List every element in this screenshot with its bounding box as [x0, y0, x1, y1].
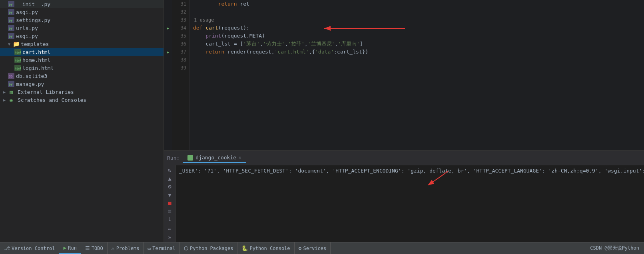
code-text: cart_lst = [: [193, 40, 243, 48]
sidebar-item-label: __init__.py: [16, 1, 50, 7]
terminal-icon: ▭: [148, 245, 151, 251]
svg-text:py: py: [9, 35, 13, 38]
sidebar-item-scratches[interactable]: ▶ ◉ Scratches and Consoles: [0, 96, 163, 104]
close-tab-button[interactable]: ✕: [239, 155, 241, 160]
code-editor: ▶ ▶ 31 32 33 34 35 36 37 38 39: [164, 0, 644, 242]
sidebar-item-db-sqlite3[interactable]: db db.sqlite3: [0, 72, 163, 80]
more2-button[interactable]: »: [165, 234, 174, 240]
sidebar-item-label: templates: [21, 41, 49, 47]
string: '拉菲': [288, 40, 305, 48]
usage-hint: 1 usage: [193, 16, 214, 24]
line-number: 38: [175, 56, 186, 64]
sidebar-item-label: settings.py: [16, 17, 50, 23]
settings-button[interactable]: ⚙: [165, 183, 174, 190]
sidebar-item-label: wsgi.py: [16, 33, 38, 39]
string: '劳力士': [263, 40, 285, 48]
status-version-control-label: Version Control: [12, 246, 55, 251]
svg-text:html: html: [15, 59, 21, 62]
code-text: render(request,: [224, 48, 274, 56]
code-line-32: [193, 8, 641, 16]
folder-icon: 📁: [13, 41, 19, 47]
status-terminal[interactable]: ▭ Terminal: [144, 242, 180, 254]
sidebar-item-init-py[interactable]: py __init__.py: [0, 0, 163, 8]
line-number: 36: [175, 40, 186, 48]
scroll-down-button[interactable]: ▼: [165, 191, 174, 198]
status-terminal-label: Terminal: [152, 246, 175, 251]
status-run-label: Run: [68, 245, 77, 251]
html-file-icon: html: [14, 57, 21, 63]
string: '茅台': [243, 40, 260, 48]
run-tab-icon: [187, 155, 193, 161]
code-line-34: def cart(request):: [193, 24, 641, 32]
todo-icon: ☰: [85, 245, 90, 251]
gutter-cell: [164, 0, 172, 8]
string: '兰博基尼': [308, 40, 335, 48]
svg-text:py: py: [9, 19, 13, 22]
string: 'data': [315, 48, 334, 56]
run-gutter-icon[interactable]: ▶: [164, 24, 172, 32]
code-line-35: print(request.META): [193, 32, 641, 40]
sidebar-item-external-libs[interactable]: ▶ ▦ External Libraries: [0, 88, 163, 96]
python-console-icon: 🐍: [241, 245, 248, 251]
sidebar-item-settings-py[interactable]: py settings.py: [0, 16, 163, 24]
string: '库里南': [338, 40, 360, 48]
wrap-button[interactable]: ≡: [165, 208, 174, 214]
code-content[interactable]: return ret 1 usage def cart(request):: [190, 0, 644, 150]
sidebar-item-asgi-py[interactable]: py asgi.py: [0, 8, 163, 16]
code-line-39: [193, 64, 641, 72]
sidebar-item-urls-py[interactable]: py urls.py: [0, 24, 163, 32]
status-python-console[interactable]: 🐍 Python Console: [237, 242, 294, 254]
svg-text:py: py: [9, 83, 13, 86]
sidebar-item-cart-html[interactable]: html cart.html: [0, 48, 163, 56]
code-text: ]: [360, 40, 363, 48]
run-icon: ▶: [63, 245, 66, 251]
svg-text:html: html: [15, 67, 21, 70]
html-file-icon: html: [14, 65, 21, 71]
line-numbers: 31 32 33 34 35 36 37 38 39: [172, 0, 190, 150]
gutter-cell: [164, 64, 172, 72]
sidebar-item-label: asgi.py: [16, 9, 38, 15]
run-tab-django-cookie[interactable]: django_cookie ✕: [183, 153, 246, 163]
status-version-control[interactable]: ⎇ Version Control: [0, 242, 59, 254]
code-line-38: [193, 56, 641, 64]
collapse-button[interactable]: ⤓: [165, 216, 174, 222]
status-problems[interactable]: ⚠ Problems: [108, 242, 144, 254]
code-text: ret: [237, 0, 249, 8]
py-file-icon: py: [8, 1, 14, 7]
code-text: ,: [335, 40, 338, 48]
output-area: _USER': '?1', 'HTTP_SEC_FETCH_DEST': 'do…: [176, 165, 644, 242]
py-file-icon: py: [8, 25, 14, 31]
run-panel: Run: django_cookie ✕ ↻ ▲ ⚙ ▼ ■ ≡ ⤓ ⋯: [164, 150, 644, 242]
sidebar-item-login-html[interactable]: html login.html: [0, 64, 163, 72]
more-button[interactable]: ⋯: [165, 226, 174, 232]
status-run[interactable]: ▶ Run: [59, 242, 81, 254]
panel-toolbar: ↻ ▲ ⚙ ▼ ■ ≡ ⤓ ⋯ »: [164, 165, 176, 242]
scroll-up-button[interactable]: ▲: [165, 175, 174, 181]
problems-icon: ⚠: [112, 245, 115, 251]
code-line-36: cart_lst = ['茅台','劳力士','拉菲','兰博基尼','库里南'…: [193, 40, 641, 48]
line-number: 31: [175, 0, 186, 8]
expand-arrow-icon: ▶: [3, 90, 7, 94]
stop-button[interactable]: ■: [165, 200, 174, 206]
sidebar-item-templates[interactable]: ▼ 📁 templates: [0, 40, 163, 48]
rerun-button[interactable]: ↻: [165, 167, 174, 173]
run-gutter-icon[interactable]: ▶: [164, 48, 172, 56]
output-line: _USER': '?1', 'HTTP_SEC_FETCH_DEST': 'do…: [179, 167, 641, 175]
status-services[interactable]: ⚙ Services: [295, 242, 331, 254]
code-text: ,: [260, 40, 263, 48]
library-icon: ▦: [8, 89, 14, 95]
line-number: 39: [175, 64, 186, 72]
watermark: CSDN @景天说Python: [585, 245, 644, 252]
status-todo[interactable]: ☰ TODO: [81, 242, 108, 254]
status-python-console-label: Python Console: [249, 246, 290, 251]
sidebar-item-label: login.html: [22, 65, 54, 71]
code-text: (request):: [218, 24, 249, 32]
sidebar-item-wsgi-py[interactable]: py wsgi.py: [0, 32, 163, 40]
keyword: return: [205, 48, 224, 56]
sidebar-item-home-html[interactable]: html home.html: [0, 56, 163, 64]
sidebar-item-label: manage.py: [16, 81, 44, 87]
services-icon: ⚙: [299, 245, 302, 251]
status-python-packages[interactable]: ⬡ Python Packages: [180, 242, 237, 254]
sidebar-item-manage-py[interactable]: py manage.py: [0, 80, 163, 88]
svg-text:html: html: [15, 51, 21, 54]
